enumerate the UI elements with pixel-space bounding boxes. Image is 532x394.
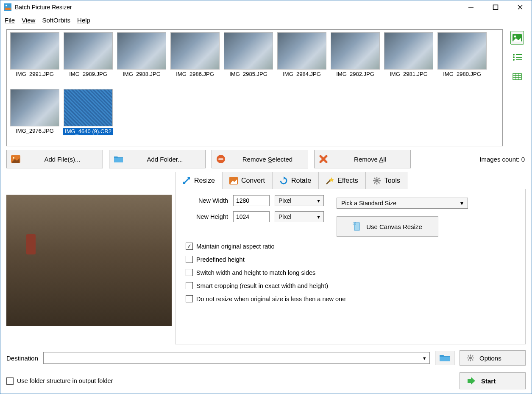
svg-line-36 — [378, 182, 379, 183]
options-label: Options — [479, 355, 501, 362]
remove-all-label: Remove All — [334, 156, 406, 163]
cb-maintain-aspect[interactable]: ✓ — [186, 243, 193, 250]
titlebar: Batch Picture Resizer — [0, 0, 532, 14]
svg-rect-26 — [218, 159, 223, 160]
thumbnail-label: IMG_2985.JPG — [229, 71, 267, 78]
cb-switch-wh[interactable] — [186, 269, 193, 276]
cb-predefined-height[interactable] — [186, 256, 193, 263]
thumbnail[interactable]: IMG_2984.JPG — [276, 32, 327, 87]
resize-icon — [182, 176, 191, 185]
menu-help[interactable]: Help — [77, 17, 90, 24]
thumbnail-label: IMG_2989.JPG — [69, 71, 107, 78]
tab-resize[interactable]: Resize — [175, 172, 222, 189]
svg-line-47 — [472, 360, 474, 361]
cb-smart-crop[interactable] — [186, 282, 193, 289]
thumbnail-image — [10, 32, 59, 70]
view-list-button[interactable] — [510, 50, 524, 64]
image-icon — [11, 154, 20, 164]
tab-rotate-label: Rotate — [291, 177, 311, 184]
thumbnail-image — [64, 89, 113, 126]
thumbnail[interactable]: IMG_2989.JPG — [63, 32, 114, 87]
remove-all-button[interactable]: Remove All — [314, 150, 411, 168]
thumbnail-image — [117, 32, 166, 70]
image-strip[interactable]: IMG_2991.JPGIMG_2989.JPGIMG_2988.JPGIMG_… — [6, 29, 503, 146]
add-folder-button[interactable]: Add Folder... — [109, 150, 206, 168]
thumbnail[interactable]: IMG_2986.JPG — [170, 32, 220, 87]
svg-line-35 — [374, 178, 375, 179]
thumbnail-image — [331, 32, 380, 70]
canvas-icon — [353, 222, 361, 231]
maximize-button[interactable] — [489, 2, 502, 12]
chevron-down-icon: ▾ — [317, 213, 320, 220]
folder-icon — [114, 154, 123, 164]
app-icon — [4, 3, 11, 11]
height-unit-combo[interactable]: Pixel▾ — [275, 211, 324, 222]
thumbnail-image — [224, 32, 273, 70]
tab-effects-label: Effects — [337, 177, 358, 184]
svg-point-9 — [513, 54, 515, 56]
tab-convert[interactable]: Convert — [222, 172, 272, 189]
thumbnail-label: IMG_2984.JPG — [283, 71, 321, 78]
chevron-down-icon: ▾ — [460, 200, 463, 207]
start-button[interactable]: Start — [460, 372, 526, 389]
tab-resize-label: Resize — [194, 177, 215, 184]
use-folder-structure-label: Use folder structure in output folder — [17, 377, 113, 384]
thumbnail-label: IMG_2986.JPG — [176, 71, 214, 78]
menu-softorbits[interactable]: SoftOrbits — [42, 17, 70, 24]
svg-line-49 — [468, 360, 469, 361]
minimize-button[interactable] — [465, 2, 477, 12]
thumbnail[interactable]: IMG_4640 (9).CR2 — [63, 89, 114, 143]
window-title: Batch Picture Resizer — [15, 4, 72, 11]
destination-combo[interactable]: ▾ — [43, 352, 430, 364]
thumbnail-image — [170, 32, 220, 70]
svg-point-2 — [6, 5, 7, 6]
close-button[interactable] — [514, 2, 526, 12]
width-unit-combo[interactable]: Pixel▾ — [275, 195, 324, 206]
cb-use-folder-structure[interactable] — [6, 377, 14, 385]
images-count: Images count: 0 — [479, 156, 526, 163]
thumbnail[interactable]: IMG_2980.JPG — [437, 32, 487, 87]
tools-icon — [373, 176, 381, 185]
preview-image — [6, 195, 172, 326]
cb-do-not-resize[interactable] — [186, 295, 193, 302]
svg-rect-1 — [5, 8, 11, 10]
new-width-input[interactable] — [233, 195, 270, 206]
cb-predefined-label: Predefined height — [196, 256, 245, 263]
standard-size-combo[interactable]: Pick a Standard Size▾ — [337, 198, 468, 209]
thumbnail-label: IMG_2976.JPG — [16, 128, 54, 134]
remove-icon — [216, 154, 226, 164]
options-button[interactable]: Options — [460, 350, 526, 366]
thumbnail-label: IMG_2981.JPG — [390, 71, 428, 78]
new-height-label: New Height — [186, 213, 228, 220]
thumbnail-label: IMG_2991.JPG — [16, 71, 54, 78]
new-height-input[interactable] — [233, 211, 270, 222]
thumbnail-image — [437, 32, 487, 70]
thumbnail[interactable]: IMG_2981.JPG — [383, 32, 434, 87]
tab-tools[interactable]: Tools — [365, 172, 407, 189]
canvas-resize-label: Use Canvas Resize — [366, 223, 422, 230]
remove-selected-button[interactable]: Remove Selected — [212, 150, 308, 168]
svg-point-30 — [375, 179, 379, 182]
view-details-button[interactable] — [510, 70, 524, 84]
svg-rect-13 — [516, 57, 522, 58]
canvas-resize-button[interactable]: Use Canvas Resize — [337, 216, 438, 237]
thumbnail[interactable]: IMG_2976.JPG — [9, 89, 60, 143]
thumbnail[interactable]: IMG_2982.JPG — [330, 32, 381, 87]
svg-line-46 — [468, 355, 469, 357]
menu-view[interactable]: View — [22, 17, 35, 24]
tab-rotate[interactable]: Rotate — [272, 172, 318, 189]
resize-panel: New Width Pixel▾ New Height Pixel▾ Pick … — [175, 189, 526, 344]
thumbnail[interactable]: IMG_2991.JPG — [9, 32, 60, 87]
preview-pane — [6, 172, 172, 344]
view-thumbnails-button[interactable] — [510, 31, 524, 45]
browse-folder-button[interactable] — [435, 351, 454, 365]
chevron-down-icon: ▾ — [317, 197, 320, 204]
menu-file[interactable]: File — [5, 17, 15, 24]
svg-line-48 — [472, 355, 474, 357]
tab-effects[interactable]: Effects — [318, 172, 365, 189]
thumbnail[interactable]: IMG_2985.JPG — [223, 32, 274, 87]
thumbnail[interactable]: IMG_2988.JPG — [116, 32, 167, 87]
add-files-button[interactable]: Add File(s)... — [6, 150, 103, 168]
add-files-label: Add File(s)... — [26, 156, 98, 163]
thumbnail-label: IMG_2988.JPG — [123, 71, 161, 78]
